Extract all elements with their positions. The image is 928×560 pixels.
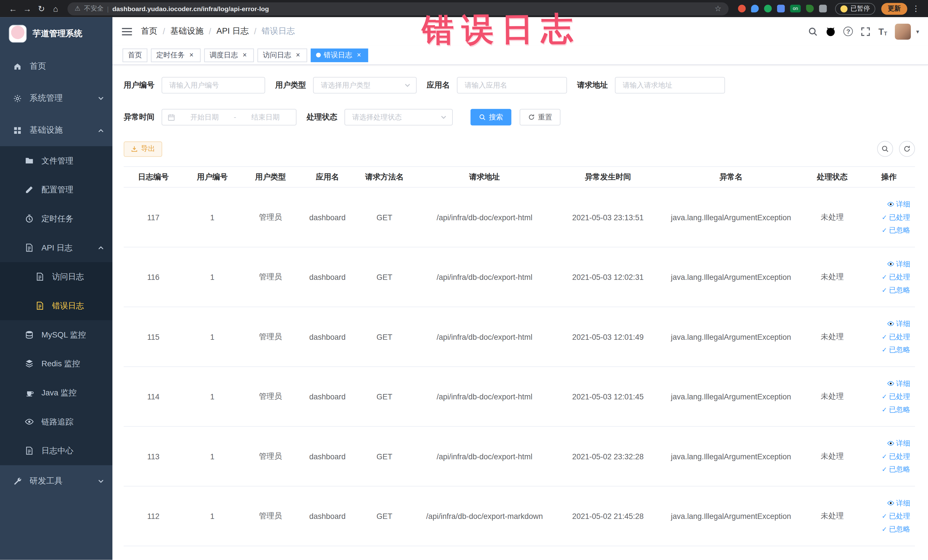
cell-actions: 详细 ✓已处理 ✓已忽略: [863, 259, 915, 295]
paused-badge[interactable]: 已暂停: [835, 3, 875, 14]
font-size-icon[interactable]: T T: [878, 26, 887, 36]
status-select[interactable]: 请选择处理状态: [344, 109, 453, 125]
fullscreen-icon[interactable]: [861, 26, 871, 36]
sidebar-item-infra[interactable]: 基础设施: [0, 114, 112, 146]
sidebar-item-config-manage[interactable]: 配置管理: [0, 175, 112, 204]
detail-link[interactable]: 详细: [887, 438, 910, 448]
ignored-link[interactable]: ✓已忽略: [882, 524, 910, 534]
refresh-table-button[interactable]: [899, 141, 915, 157]
reload-icon[interactable]: ↻: [34, 2, 49, 16]
extension-icon-red[interactable]: [738, 5, 746, 12]
tab-access-log[interactable]: 访问日志 ×: [257, 48, 307, 62]
close-icon[interactable]: ×: [294, 51, 302, 59]
sidebar-item-scheduled-job[interactable]: 定时任务: [0, 204, 112, 233]
close-icon[interactable]: ×: [241, 51, 249, 59]
app-name-input[interactable]: [457, 77, 567, 93]
ignored-link[interactable]: ✓已忽略: [882, 345, 910, 355]
request-url-input[interactable]: [615, 77, 725, 93]
exception-time-label: 异常时间: [124, 112, 155, 122]
gear-icon: [13, 94, 22, 103]
hamburger-icon[interactable]: [121, 26, 132, 36]
table-tools: [877, 141, 915, 157]
sidebar-item-home[interactable]: 首页: [0, 50, 112, 82]
sidebar-item-error-log[interactable]: 错误日志: [0, 291, 112, 320]
sidebar-item-trace[interactable]: 链路追踪: [0, 407, 112, 436]
processed-link[interactable]: ✓已处理: [882, 212, 910, 222]
close-icon[interactable]: ×: [355, 51, 363, 59]
sidebar-item-api-log[interactable]: API 日志: [0, 233, 112, 262]
sidebar-item-file-manage[interactable]: 文件管理: [0, 146, 112, 175]
address-bar[interactable]: ⚠ 不安全 | dashboard.yudao.iocoder.cn/infra…: [68, 2, 729, 15]
sidebar-item-java-monitor[interactable]: Java 监控: [0, 378, 112, 407]
tab-scheduled-job[interactable]: 定时任务 ⋮ ×: [151, 48, 200, 62]
app-logo[interactable]: 芋道管理系统: [0, 17, 112, 50]
extension-icon-plug[interactable]: [819, 5, 827, 12]
cell-method: GET: [356, 452, 413, 461]
date-range-picker[interactable]: 开始日期 - 结束日期: [162, 109, 296, 125]
font-size-large: T: [878, 26, 884, 36]
processed-link[interactable]: ✓已处理: [882, 451, 910, 461]
action-label: 详细: [896, 199, 910, 209]
breadcrumb-item[interactable]: 首页: [141, 26, 157, 37]
update-button[interactable]: 更新: [881, 3, 907, 14]
detail-link[interactable]: 详细: [887, 498, 910, 508]
action-label: 已忽略: [889, 524, 910, 534]
extension-icon-grid[interactable]: [777, 5, 785, 12]
ignored-link[interactable]: ✓已忽略: [882, 285, 910, 295]
forward-icon[interactable]: →: [20, 2, 35, 16]
sidebar-item-access-log[interactable]: 访问日志: [0, 262, 112, 291]
tab-schedule-log[interactable]: 调度日志 ×: [204, 48, 254, 62]
user-type-select[interactable]: 请选择用户类型: [313, 77, 417, 93]
chevron-down-icon: [441, 114, 447, 121]
avatar[interactable]: [895, 23, 911, 40]
check-icon: ✓: [882, 393, 887, 401]
ignored-link[interactable]: ✓已忽略: [882, 225, 910, 235]
paused-label: 已暂停: [850, 4, 870, 13]
breadcrumb-item[interactable]: 基础设施: [170, 26, 203, 37]
ignored-link[interactable]: ✓已忽略: [882, 464, 910, 475]
java-cup-icon: [25, 388, 34, 397]
close-icon[interactable]: ×: [188, 51, 195, 59]
sidebar-item-log-center[interactable]: 日志中心: [0, 436, 112, 465]
sidebar-item-dev-tools[interactable]: 研发工具: [0, 465, 112, 497]
extension-icon-drop[interactable]: [751, 5, 759, 12]
cell-user-id: 1: [183, 213, 242, 222]
bookmark-star-icon[interactable]: ☆: [714, 4, 722, 13]
tab-home[interactable]: 首页: [122, 48, 147, 62]
help-icon[interactable]: ?: [844, 26, 853, 36]
github-icon[interactable]: [826, 26, 836, 36]
extension-icon-green[interactable]: [764, 5, 772, 12]
processed-link[interactable]: ✓已处理: [882, 511, 910, 521]
search-button[interactable]: 搜索: [470, 109, 511, 125]
tab-error-log[interactable]: 错误日志 ×: [311, 48, 368, 62]
ignored-link[interactable]: ✓已忽略: [882, 404, 910, 415]
back-icon[interactable]: ←: [6, 2, 20, 16]
action-label: 已处理: [889, 451, 910, 461]
timer-icon: [25, 214, 34, 223]
extension-icon-on[interactable]: on: [790, 5, 801, 12]
export-button[interactable]: 导出: [124, 141, 162, 157]
user-id-input[interactable]: [162, 77, 265, 93]
search-icon[interactable]: [808, 26, 818, 36]
detail-link[interactable]: 详细: [887, 319, 910, 329]
browser-menu-icon[interactable]: ⋮: [910, 4, 922, 13]
detail-link[interactable]: 详细: [887, 259, 910, 269]
reset-button[interactable]: 重置: [520, 109, 560, 125]
cell-user-type: 管理员: [242, 212, 299, 223]
filter-row-2: 异常时间 开始日期 - 结束日期 处理状态 请选择处理状态: [124, 109, 915, 125]
processed-link[interactable]: ✓已处理: [882, 332, 910, 342]
caret-down-icon[interactable]: ▾: [916, 28, 919, 35]
processed-link[interactable]: ✓已处理: [882, 272, 910, 282]
sidebar-item-mysql-monitor[interactable]: MySQL 监控: [0, 320, 112, 349]
breadcrumb-item[interactable]: API 日志: [217, 26, 249, 37]
detail-link[interactable]: 详细: [887, 199, 910, 209]
toggle-search-button[interactable]: [877, 141, 893, 157]
extension-icon-tree[interactable]: [806, 5, 814, 12]
processed-link[interactable]: ✓已处理: [882, 391, 910, 401]
cell-app: dashboard: [299, 213, 356, 222]
sidebar-item-redis-monitor[interactable]: Redis 监控: [0, 349, 112, 378]
browser-home-icon[interactable]: ⌂: [49, 2, 63, 16]
detail-link[interactable]: 详细: [887, 378, 910, 389]
sidebar-item-label: 错误日志: [52, 301, 84, 311]
sidebar-item-system[interactable]: 系统管理: [0, 82, 112, 114]
